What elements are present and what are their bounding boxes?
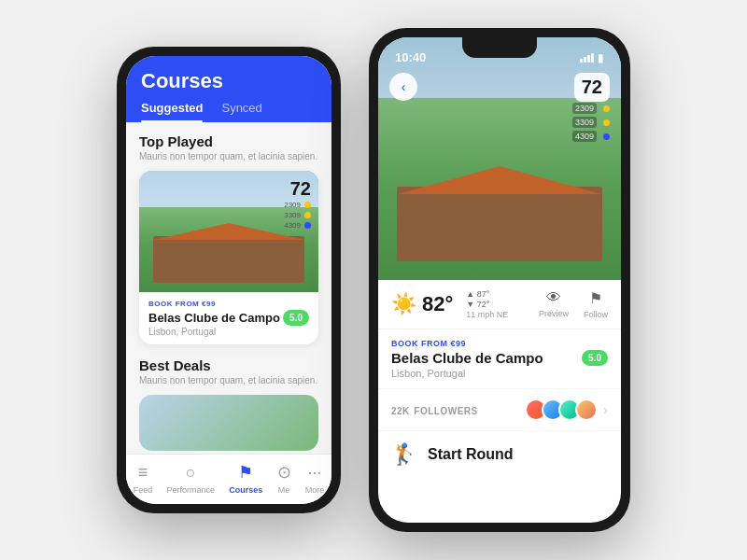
section-sub-top-played: Mauris non tempor quam, et lacinia sapie…: [139, 151, 318, 161]
preview-label: Preview: [539, 309, 569, 318]
right-score: 72: [574, 73, 610, 102]
card-image: 72 2309 3309: [139, 171, 318, 292]
sun-icon: ☀️: [391, 292, 416, 316]
card-score: 72: [290, 178, 311, 200]
left-phone-screen: Courses Suggested Synced Top Played Maur…: [126, 56, 331, 504]
followers-avatars: ›: [525, 399, 608, 421]
nav-item-performance[interactable]: ○ Performance: [166, 463, 215, 495]
card-course-name: Belas Clube de Campo: [148, 311, 280, 325]
start-round-label: Start Round: [428, 446, 514, 463]
left-header: Courses Suggested Synced: [126, 56, 331, 122]
right-building-body: [397, 187, 602, 261]
right-dot-row-2: 3309: [572, 117, 610, 128]
right-course-name: Belas Clube de Campo: [391, 350, 543, 366]
eye-icon: 👁: [546, 289, 561, 306]
left-content: Top Played Mauris non tempor quam, et la…: [126, 122, 331, 488]
golf-icon: 🏌️: [391, 442, 416, 467]
dot-blue: [304, 222, 311, 229]
weather-sub: ▲ 87° ▼ 72° 11 mph NE: [466, 289, 508, 319]
nav-label-courses: Courses: [229, 485, 262, 495]
weather-low: ▼ 72°: [466, 300, 508, 309]
notch: [462, 37, 537, 58]
section-title-top-played: Top Played: [139, 133, 318, 149]
card-info: BOOK FROM €99 Belas Clube de Campo 5.0 L…: [139, 292, 318, 344]
followers-section: 22K FOLLOWERS ›: [378, 388, 621, 430]
card-dots: 2309 3309 4309: [284, 201, 311, 230]
status-time: 10:40: [395, 50, 426, 64]
battery-icon: ▮: [598, 51, 604, 64]
nav-label-feed: Feed: [134, 485, 153, 495]
page-title: Courses: [141, 69, 317, 93]
building-body: [153, 236, 304, 283]
dot-row-1: 2309: [284, 201, 311, 209]
performance-icon: ○: [186, 463, 196, 483]
dot-row-2: 3309: [284, 211, 311, 219]
tab-suggested[interactable]: Suggested: [141, 101, 203, 122]
book-from-label: BOOK FROM €99: [148, 300, 309, 308]
course-card-top-played[interactable]: 72 2309 3309: [139, 171, 318, 344]
right-dots: 2309 3309 4309: [572, 103, 610, 142]
followers-label: FOLLOWERS: [414, 406, 477, 416]
nav-item-me[interactable]: ⊙ Me: [277, 462, 291, 495]
right-dot-yellow-2: [603, 119, 610, 126]
weather-temp: 82°: [422, 292, 453, 316]
rating-badge: 5.0: [283, 310, 309, 326]
nav-label-performance: Performance: [166, 485, 215, 495]
section-sub-best-deals: Mauris non tempor quam, et lacinia sapie…: [139, 375, 318, 385]
weather-section: ☀️ 82° ▲ 87° ▼ 72° 11 mph NE 👁 Preview: [378, 280, 621, 329]
courses-icon: ⚑: [238, 462, 253, 483]
follow-label: Follow: [584, 310, 608, 319]
dot-yellow-1: [304, 202, 311, 208]
right-book-label: BOOK FROM €99: [391, 339, 608, 348]
dot-row-3: 4309: [284, 221, 311, 230]
card-name-row: Belas Clube de Campo 5.0: [148, 310, 309, 326]
right-dot-blue: [603, 133, 610, 140]
preview-action[interactable]: 👁 Preview: [539, 289, 569, 319]
back-button[interactable]: ‹: [389, 73, 417, 101]
right-dot-yellow-1: [603, 105, 610, 112]
right-dot-row-3: 4309: [572, 131, 610, 142]
nav-label-more: More: [305, 485, 325, 495]
signal-icon: [580, 53, 594, 63]
nav-item-feed[interactable]: ≡ Feed: [134, 463, 153, 495]
tabs-container: Suggested Synced: [141, 101, 317, 122]
nav-label-me: Me: [278, 485, 290, 495]
nav-item-more[interactable]: ··· More: [305, 463, 325, 495]
dot-yellow-2: [304, 212, 311, 218]
more-icon: ···: [308, 463, 322, 483]
followers-count: 22K: [391, 406, 410, 416]
follower-avatar-4: [575, 399, 598, 421]
weather-high: ▲ 87°: [466, 289, 508, 299]
right-building-roof: [387, 166, 613, 194]
weather-wind: 11 mph NE: [466, 310, 508, 319]
right-building: [397, 187, 602, 261]
nav-item-courses[interactable]: ⚑ Courses: [229, 462, 262, 495]
right-dot-row-1: 2309: [572, 103, 610, 114]
right-location: Lisbon, Portugal: [391, 368, 608, 379]
weather-main: ☀️ 82°: [391, 292, 453, 316]
right-phone-screen: 10:40 ▮ ‹ 72: [378, 37, 621, 523]
best-deals-section: Best Deals Mauris non tempor quam, et la…: [139, 357, 318, 451]
tab-synced[interactable]: Synced: [221, 101, 261, 122]
bottom-nav: ≡ Feed ○ Performance ⚑ Courses ⊙ Me ···: [126, 454, 331, 504]
right-name-row: Belas Clube de Campo 5.0: [391, 350, 608, 366]
feed-icon: ≡: [138, 463, 148, 483]
follow-action[interactable]: ⚑ Follow: [584, 289, 608, 319]
flag-icon: ⚑: [589, 289, 602, 307]
followers-chevron-icon: ›: [603, 402, 608, 417]
right-rating-badge: 5.0: [582, 350, 608, 366]
start-round-section[interactable]: 🏌️ Start Round: [378, 430, 621, 478]
section-title-best-deals: Best Deals: [139, 357, 318, 373]
right-course-info: BOOK FROM €99 Belas Clube de Campo 5.0 L…: [378, 329, 621, 388]
followers-info: 22K FOLLOWERS: [391, 401, 478, 418]
weather-actions: 👁 Preview ⚑ Follow: [539, 289, 608, 319]
me-icon: ⊙: [277, 462, 291, 483]
status-icons: ▮: [580, 51, 604, 64]
left-phone: Courses Suggested Synced Top Played Maur…: [117, 47, 341, 513]
top-played-section: Top Played Mauris non tempor quam, et la…: [139, 133, 318, 344]
best-deals-card[interactable]: [139, 395, 318, 451]
card-location: Lisbon, Portugal: [148, 327, 309, 337]
building: [153, 236, 304, 283]
scene: Courses Suggested Synced Top Played Maur…: [98, 9, 649, 551]
right-phone: 10:40 ▮ ‹ 72: [369, 28, 630, 532]
